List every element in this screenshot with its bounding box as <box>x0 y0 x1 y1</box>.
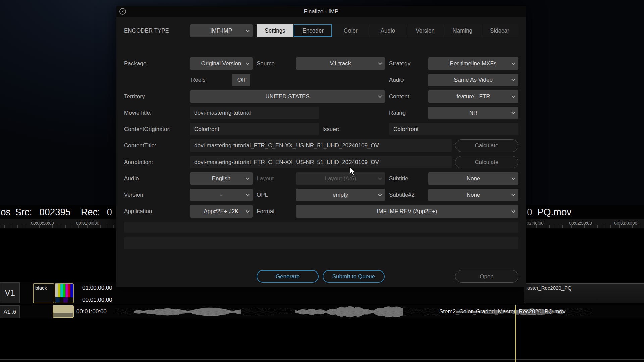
audio-strategy-label: Audio <box>389 74 427 86</box>
generate-button[interactable]: Generate <box>257 270 319 283</box>
status-row-2 <box>124 237 518 249</box>
audio-track-header[interactable]: A1..6 <box>0 305 20 318</box>
clip-filename-readout: 0_PQ.mov <box>527 205 571 219</box>
strategy-dropdown[interactable]: Per timeline MXFs <box>428 57 518 70</box>
annotation-label: Annotation: <box>124 156 188 168</box>
playhead[interactable] <box>515 305 516 362</box>
tab-sidecar[interactable]: Sidecar <box>481 24 518 37</box>
ruler-label: 02:40:00 <box>527 221 544 226</box>
version-value: - <box>220 192 222 198</box>
layout-dropdown: Layout (A:6) <box>296 172 385 185</box>
audio-clip-thumb[interactable] <box>53 305 74 318</box>
clip-timecode-duration: 00:01:00:00 <box>82 297 112 303</box>
content-originator-input[interactable]: Colorfront <box>190 123 319 135</box>
close-button[interactable]: ✕ <box>119 8 126 15</box>
content-originator-label: ContentOriginator: <box>124 123 188 135</box>
rating-value: NR <box>469 110 478 116</box>
tab-color[interactable]: Color <box>332 24 369 37</box>
encoder-type-label: ENCODER TYPE <box>124 24 188 37</box>
tab-encoder[interactable]: Encoder <box>294 24 332 37</box>
ruler-label: 00:00:50:00 <box>31 221 54 226</box>
opl-dropdown[interactable]: empty <box>296 189 385 201</box>
subtitle-label: Subtitle <box>389 172 427 185</box>
encoder-type-dropdown[interactable]: IMF-IMP <box>190 24 253 37</box>
opl-label: OPL <box>257 189 294 201</box>
territory-value: UNITED STATES <box>265 93 310 100</box>
annotation-input[interactable]: dovi-mastering-tutorial_FTR_C_EN-XX_US-N… <box>190 156 452 168</box>
chevron-down-icon <box>378 94 382 98</box>
issuer-input[interactable]: Colorfront <box>389 123 518 135</box>
content-title-label: ContentTitle: <box>124 139 188 152</box>
colorbars-clip[interactable] <box>55 283 74 303</box>
rating-dropdown[interactable]: NR <box>428 107 518 119</box>
ruler-label: 00:01:00:00 <box>76 221 99 226</box>
close-icon: ✕ <box>121 10 124 13</box>
subtitle2-value: None <box>467 192 480 198</box>
version-dropdown[interactable]: - <box>190 189 253 201</box>
rec-timecode: 0 <box>107 207 112 218</box>
chevron-down-icon <box>511 77 515 81</box>
source-label: Source <box>257 57 294 70</box>
tab-version[interactable]: Version <box>407 24 444 37</box>
subtitle-value: None <box>467 175 480 182</box>
audio-language-dropdown[interactable]: English <box>190 172 253 185</box>
content-title-calculate-button[interactable]: Calculate <box>455 139 518 152</box>
source-dropdown[interactable]: V1 track <box>296 57 385 70</box>
status-row-1 <box>124 222 518 233</box>
audio-strategy-dropdown[interactable]: Same As Video <box>428 74 518 86</box>
clip-timecode-in: 01:00:00:00 <box>82 285 112 291</box>
finalize-dialog: ✕ Finalize - IMP ENCODER TYPE IMF-IMP Se… <box>116 6 526 287</box>
black-clip[interactable]: black <box>33 283 54 303</box>
submit-to-queue-button[interactable]: Submit to Queue <box>323 270 385 283</box>
reels-toggle[interactable]: Off <box>232 74 250 86</box>
content-title-input[interactable]: dovi-mastering-tutorial_FTR_C_EN-XX_US-N… <box>190 139 452 152</box>
chevron-down-icon <box>511 110 515 114</box>
strategy-label: Strategy <box>389 57 427 70</box>
audio-language-value: English <box>212 175 231 182</box>
ruler-label: 00:02:50:00 <box>569 221 592 226</box>
chevron-down-icon <box>246 176 249 180</box>
annotation-calculate-button[interactable]: Calculate <box>455 156 518 168</box>
tab-audio[interactable]: Audio <box>369 24 407 37</box>
territory-label: Territory <box>124 90 188 103</box>
audio-clip-name: Stem2_Color_Graded_Master_Rec2020_PQ.mov <box>439 308 565 315</box>
content-value: feature - FTR <box>456 93 490 100</box>
subtitle2-dropdown[interactable]: None <box>428 189 518 201</box>
format-value: IMF IMF REV (App2E+) <box>377 208 437 215</box>
rec-label: Rec: <box>81 207 100 218</box>
subtitle-dropdown[interactable]: None <box>428 172 518 185</box>
layout-value: Layout (A:6) <box>325 175 356 182</box>
chevron-down-icon <box>511 209 515 213</box>
chevron-down-icon <box>511 176 515 180</box>
screen: os Src: 002395 Rec: 0 0_PQ.mov 00:00:50:… <box>0 0 644 362</box>
audio-language-label: Audio <box>124 172 188 185</box>
tab-settings[interactable]: Settings <box>257 24 294 37</box>
format-label: Format <box>257 205 294 218</box>
open-button[interactable]: Open <box>455 270 518 283</box>
video-clip-right-label: aster_Rec2020_PQ <box>527 285 572 291</box>
tab-naming[interactable]: Naming <box>444 24 481 37</box>
application-dropdown[interactable]: App#2E+ J2K <box>190 205 253 218</box>
source-value: V1 track <box>330 60 351 67</box>
colorbars-thumbnail <box>55 284 73 297</box>
movie-title-label: MovieTitle: <box>124 107 188 119</box>
package-dropdown[interactable]: Original Version <box>190 57 253 70</box>
layout-label: Layout <box>257 172 294 185</box>
audio-strategy-value: Same As Video <box>454 77 493 83</box>
video-clip-right[interactable]: aster_Rec2020_PQ <box>524 283 644 303</box>
opl-value: empty <box>333 192 348 198</box>
dialog-title: Finalize - IMP <box>116 6 526 17</box>
content-dropdown[interactable]: feature - FTR <box>428 90 518 103</box>
audio-clip-timecode: 00:01:00:00 <box>76 308 107 315</box>
video-track-header[interactable]: V1 <box>0 282 20 303</box>
src-timecode: 002395 <box>39 207 70 218</box>
format-dropdown[interactable]: IMF IMF REV (App2E+) <box>296 205 518 218</box>
src-prefix-text: os <box>1 207 11 218</box>
territory-dropdown[interactable]: UNITED STATES <box>190 90 385 103</box>
dialog-tabs: Settings Encoder Color Audio Version Nam… <box>257 24 518 37</box>
chevron-down-icon <box>246 209 249 213</box>
black-clip-label: black <box>35 285 47 291</box>
movie-title-input[interactable]: dovi-mastering-tutorial <box>190 107 319 119</box>
rating-label: Rating <box>389 107 427 119</box>
subtitle2-label: Subtitle#2 <box>389 189 427 201</box>
